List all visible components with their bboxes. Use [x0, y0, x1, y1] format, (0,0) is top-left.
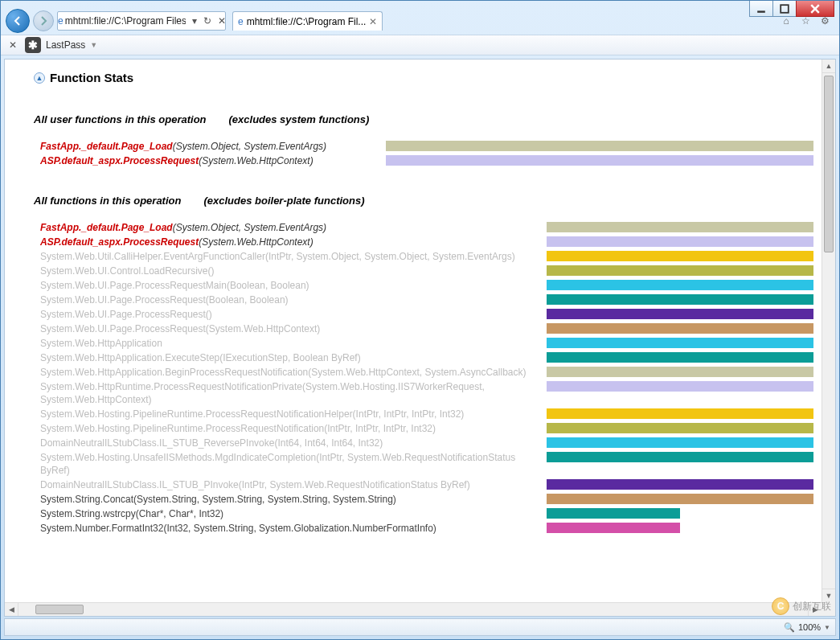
tab-title: mhtml:file://C:\Program Fil...: [247, 16, 367, 27]
section2-title: All functions in this operation(excludes…: [34, 195, 813, 207]
function-row: System.Web.UI.Control.LoadRecursive(): [40, 265, 813, 277]
titlebar: [1, 1, 839, 7]
ie-page-icon: e: [238, 16, 244, 27]
collapse-icon[interactable]: ▲: [34, 72, 45, 84]
watermark: C 创新互联: [772, 597, 831, 615]
bar-cell: [547, 408, 813, 419]
bar-cell: [386, 154, 813, 166]
zoom-chevron-icon[interactable]: ▼: [824, 624, 830, 631]
function-label: System.Web.Hosting.PipelineRuntime.Proce…: [40, 422, 547, 435]
function-row: System.Web.Hosting.PipelineRuntime.Proce…: [40, 422, 813, 435]
toolbar-close-icon[interactable]: ✕: [6, 39, 20, 51]
function-label: ASP.default_aspx.ProcessRequest(System.W…: [40, 236, 547, 248]
function-row: FastApp._default.Page_Load(System.Object…: [40, 140, 813, 153]
timing-bar: [547, 309, 813, 319]
bar-cell: [547, 422, 813, 433]
function-label: DomainNeutralILStubClass.IL_STUB_Reverse…: [40, 437, 547, 449]
bar-cell: [547, 366, 813, 377]
function-row: System.Web.HttpRuntime.ProcessRequestNot…: [40, 380, 813, 406]
function-label: System.Web.UI.Page.ProcessRequest(System…: [40, 322, 547, 335]
timing-bar: [547, 381, 813, 392]
bar-cell: [547, 337, 813, 348]
function-row: System.Web.UI.Page.ProcessRequest(Boolea…: [40, 293, 813, 306]
content-frame: ▲ Function Stats All user functions in t…: [4, 59, 836, 617]
timing-bar: [547, 452, 813, 462]
timing-bar: [547, 265, 813, 276]
timing-bar: [386, 141, 813, 151]
function-row: System.Web.HttpApplication: [40, 337, 813, 350]
function-label: System.Web.HttpApplication.ExecuteStep(I…: [40, 351, 547, 364]
timing-bar: [547, 367, 813, 377]
scroll-up-icon[interactable]: ▲: [822, 59, 835, 73]
function-label: System.Web.HttpRuntime.ProcessRequestNot…: [40, 380, 547, 406]
bar-cell: [547, 493, 813, 504]
svg-rect-1: [781, 5, 789, 13]
nav-row: e ▾ ↻ ✕ e mhtml:file://C:\Program Fil...…: [1, 7, 839, 35]
scroll-thumb[interactable]: [35, 605, 84, 614]
bar-cell: [547, 507, 813, 519]
bar-cell: [547, 451, 813, 462]
function-row: System.Web.Util.CalliHelper.EventArgFunc…: [40, 250, 813, 263]
tab-close-icon[interactable]: ✕: [369, 16, 377, 27]
function-row: System.String.Concat(System.String, Syst…: [40, 493, 813, 506]
bar-cell: [547, 236, 813, 247]
function-row: DomainNeutralILStubClass.IL_STUB_PInvoke…: [40, 478, 813, 491]
vertical-scrollbar[interactable]: ▲ ▼: [822, 59, 835, 602]
bar-cell: [547, 250, 813, 261]
section1-rows: FastApp._default.Page_Load(System.Object…: [40, 140, 813, 167]
page-body: ▲ Function Stats All user functions in t…: [5, 59, 822, 602]
chevron-down-icon[interactable]: ▼: [90, 41, 97, 49]
zoom-icon[interactable]: 🔍: [784, 622, 795, 633]
function-row: System.Web.Hosting.PipelineRuntime.Proce…: [40, 408, 813, 421]
refresh-icon[interactable]: ↻: [202, 14, 213, 28]
function-row: FastApp._default.Page_Load(System.Object…: [40, 221, 813, 234]
back-button[interactable]: [6, 9, 30, 33]
timing-bar: [547, 280, 813, 290]
function-label: FastApp._default.Page_Load(System.Object…: [40, 140, 386, 153]
minimize-button[interactable]: [749, 1, 773, 17]
section2-rows: FastApp._default.Page_Load(System.Object…: [40, 221, 813, 535]
timing-bar: [547, 236, 813, 247]
lastpass-icon: ✱: [25, 37, 41, 53]
zoom-level: 100%: [798, 622, 821, 632]
function-label: System.Web.UI.Page.ProcessRequest(Boolea…: [40, 293, 547, 306]
watermark-text: 创新互联: [793, 600, 831, 613]
function-row: System.Number.FormatInt32(Int32, System.…: [40, 522, 813, 535]
timing-bar: [547, 437, 813, 448]
timing-bar: [547, 323, 813, 334]
dropdown-icon[interactable]: ▾: [191, 14, 199, 28]
scroll-thumb[interactable]: [824, 76, 834, 252]
timing-bar: [547, 494, 813, 504]
function-label: ASP.default_aspx.ProcessRequest(System.W…: [40, 154, 386, 167]
function-row: System.String.wstrcpy(Char*, Char*, Int3…: [40, 507, 813, 520]
function-label: System.Web.Hosting.PipelineRuntime.Proce…: [40, 408, 547, 421]
ie-window: e ▾ ↻ ✕ e mhtml:file://C:\Program Fil...…: [0, 0, 840, 640]
stop-icon[interactable]: ✕: [216, 14, 227, 28]
function-label: FastApp._default.Page_Load(System.Object…: [40, 221, 547, 234]
function-row: ASP.default_aspx.ProcessRequest(System.W…: [40, 236, 813, 248]
section-header: ▲ Function Stats: [34, 71, 813, 84]
function-label: System.Web.Util.CalliHelper.EventArgFunc…: [40, 250, 547, 263]
function-row: System.Web.Hosting.UnsafeIISMethods.MgdI…: [40, 451, 813, 477]
bar-cell: [547, 293, 813, 305]
timing-bar: [547, 294, 813, 305]
lastpass-label[interactable]: LastPass: [46, 39, 85, 51]
forward-button[interactable]: [33, 10, 54, 31]
horizontal-scrollbar[interactable]: ◀ ▶: [5, 602, 822, 616]
function-label: System.Web.HttpApplication.BeginProcessR…: [40, 366, 547, 379]
close-button[interactable]: [796, 1, 834, 17]
bar-cell: [547, 380, 813, 392]
maximize-button[interactable]: [772, 1, 797, 17]
timing-bar: [547, 508, 680, 519]
scroll-left-icon[interactable]: ◀: [5, 603, 18, 616]
bar-cell: [547, 522, 813, 533]
section1-title: All user functions in this operation(exc…: [34, 113, 813, 125]
bar-cell: [386, 140, 813, 151]
timing-bar: [547, 338, 813, 348]
function-label: System.Web.UI.Page.ProcessRequestMain(Bo…: [40, 279, 547, 292]
function-label: System.String.wstrcpy(Char*, Char*, Int3…: [40, 507, 547, 520]
bar-cell: [547, 478, 813, 490]
browser-tab[interactable]: e mhtml:file://C:\Program Fil... ✕: [232, 11, 383, 31]
function-row: System.Web.UI.Page.ProcessRequest(): [40, 308, 813, 321]
address-input[interactable]: [64, 15, 187, 27]
